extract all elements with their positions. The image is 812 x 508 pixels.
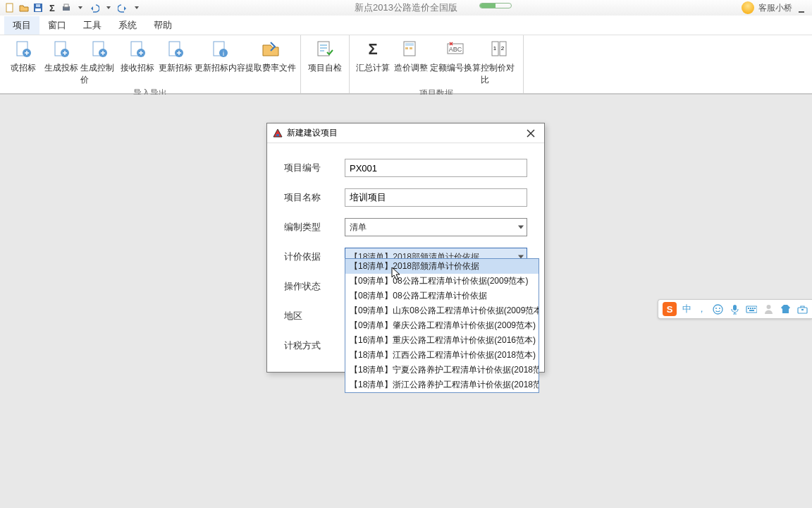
- label-region: 地区: [284, 310, 345, 322]
- dropdown-option[interactable]: 【09清单】08公路工程清单计价依据(2009范本): [345, 274, 539, 289]
- pricing-basis-dropdown: 【18清单】2018部颁清单计价依据 【09清单】08公路工程清单计价依据(20…: [345, 258, 539, 393]
- dropdown-option[interactable]: 【18清单】浙江公路养护工程清单计价依据(2018范本): [345, 377, 539, 392]
- svg-rect-30: [276, 134, 279, 136]
- menu-bar: 项目 窗口 工具 系统 帮助: [0, 16, 812, 35]
- btn-gen-zhaobiao[interactable]: 戓招标: [4, 37, 42, 87]
- dialog-titlebar[interactable]: 新建建设项目: [267, 123, 544, 143]
- dropdown-option[interactable]: 【16清单】重庆公路工程清单计价依据(2016范本): [345, 333, 539, 348]
- svg-point-31: [713, 305, 722, 314]
- minimize-button[interactable]: [796, 3, 806, 13]
- app-icon: [273, 128, 283, 138]
- svg-rect-34: [733, 305, 737, 310]
- app-title: 新点2013公路造价全国版: [355, 1, 457, 14]
- ribbon: 戓招标 生成投标 生成控制价 接收招标 更新招标 i更新招标内容 提取费率文件 …: [0, 35, 812, 95]
- new-icon[interactable]: [4, 1, 16, 14]
- dropdown-option[interactable]: 【08清单】08公路工程清单计价依据: [345, 289, 539, 303]
- menu-project[interactable]: 项目: [4, 16, 39, 35]
- btn-receive-zhaobiao[interactable]: 接收招标: [118, 37, 156, 87]
- dropdown-option[interactable]: 【18清单】宁夏公路养护工程清单计价依据(2018范本): [345, 363, 539, 377]
- svg-rect-2: [35, 8, 41, 11]
- support-label[interactable]: 客服小桥: [758, 2, 792, 14]
- undo-icon[interactable]: [88, 1, 101, 14]
- save-icon[interactable]: [32, 1, 44, 14]
- redo-icon[interactable]: [116, 1, 129, 14]
- svg-point-41: [766, 305, 770, 309]
- toolbox-icon[interactable]: [796, 303, 808, 315]
- btn-control-price-compare[interactable]: 12控制价对比: [481, 37, 519, 87]
- label-project-no: 项目编号: [284, 162, 345, 174]
- btn-update-zhaobiao[interactable]: 更新招标: [156, 37, 195, 87]
- undo-dropdown-icon[interactable]: [102, 1, 115, 14]
- workspace: 新建建设项目 项目编号 项目名称 编制类型 清单 计价依据 【18清单】2018…: [0, 95, 812, 508]
- mic-icon[interactable]: [729, 303, 740, 315]
- person-icon[interactable]: [763, 303, 774, 315]
- label-operation-state: 操作状态: [284, 280, 345, 293]
- print-dropdown-icon[interactable]: [74, 1, 87, 14]
- menu-tool[interactable]: 工具: [75, 16, 110, 35]
- dropdown-option[interactable]: 【18清单】江西公路工程清单计价依据(2018范本): [345, 348, 539, 363]
- btn-extract-fee-file[interactable]: 提取费率文件: [245, 37, 296, 87]
- svg-point-33: [719, 308, 720, 309]
- close-button[interactable]: [523, 126, 539, 141]
- svg-rect-40: [749, 310, 754, 311]
- svg-text:2: 2: [501, 45, 505, 52]
- svg-rect-22: [405, 47, 408, 49]
- input-project-name[interactable]: [345, 188, 527, 207]
- keyboard-icon[interactable]: [746, 303, 757, 315]
- dropdown-option[interactable]: 【09清单】肇庆公路工程清单计价依据(2009范本): [345, 318, 539, 333]
- print-icon[interactable]: [60, 1, 73, 14]
- svg-rect-21: [405, 43, 414, 46]
- new-project-dialog: 新建建设项目 项目编号 项目名称 编制类型 清单 计价依据 【18清单】2018…: [266, 123, 545, 373]
- label-tax-method: 计税方式: [284, 339, 345, 352]
- progress-indicator: [479, 3, 512, 8]
- dialog-title: 新建建设项目: [287, 127, 338, 139]
- ime-lang[interactable]: 中: [682, 303, 691, 315]
- ime-toolbar[interactable]: S 中 ，: [658, 299, 812, 319]
- svg-point-32: [715, 308, 717, 309]
- svg-rect-23: [410, 47, 412, 49]
- quick-access-toolbar: Σ 新点2013公路造价全国版 客服小桥: [0, 0, 812, 16]
- svg-rect-35: [746, 306, 757, 313]
- svg-rect-37: [750, 308, 751, 309]
- btn-update-zhaobiao-content[interactable]: i更新招标内容: [195, 37, 245, 87]
- input-project-no[interactable]: [345, 159, 527, 177]
- svg-rect-0: [6, 4, 13, 12]
- btn-quota-code-convert[interactable]: ABC定额编号换算: [430, 37, 481, 87]
- ime-punct[interactable]: ，: [697, 303, 706, 315]
- svg-rect-39: [754, 308, 756, 309]
- chevron-down-icon: [518, 226, 524, 229]
- skin-icon[interactable]: [780, 303, 791, 315]
- menu-help[interactable]: 帮助: [145, 16, 180, 35]
- label-compose-type: 编制类型: [284, 221, 345, 234]
- redo-dropdown-icon[interactable]: [130, 1, 143, 14]
- btn-gen-toubiao[interactable]: 生成投标: [42, 37, 80, 87]
- sogou-icon[interactable]: S: [663, 302, 677, 316]
- btn-gen-kongzhijia[interactable]: 生成控制价: [80, 37, 118, 87]
- label-pricing-basis: 计价依据: [284, 250, 345, 263]
- btn-price-adjust[interactable]: 造价调整: [392, 37, 430, 87]
- svg-rect-5: [64, 4, 68, 7]
- svg-rect-43: [801, 309, 804, 310]
- support-avatar-icon[interactable]: [742, 1, 754, 14]
- btn-project-selfcheck[interactable]: 项目自检: [305, 37, 345, 75]
- open-icon[interactable]: [18, 1, 30, 14]
- menu-window[interactable]: 窗口: [39, 16, 75, 35]
- svg-rect-36: [748, 308, 749, 309]
- menu-system[interactable]: 系统: [110, 16, 145, 35]
- combo-compose-type[interactable]: 清单: [345, 218, 527, 236]
- label-project-name: 项目名称: [284, 191, 345, 204]
- svg-text:ABC: ABC: [449, 46, 462, 53]
- btn-sum-calc[interactable]: Σ汇总计算: [354, 37, 392, 87]
- dropdown-option[interactable]: 【18清单】2018部颁清单计价依据: [345, 259, 539, 274]
- svg-text:i: i: [223, 50, 224, 57]
- sum-icon[interactable]: Σ: [46, 1, 59, 14]
- dropdown-option[interactable]: 【09清单】山东08公路工程清单计价依据(2009范本): [345, 303, 539, 318]
- svg-rect-38: [752, 308, 753, 309]
- svg-rect-3: [36, 4, 40, 7]
- svg-text:1: 1: [493, 45, 497, 52]
- smiley-icon[interactable]: [712, 303, 723, 315]
